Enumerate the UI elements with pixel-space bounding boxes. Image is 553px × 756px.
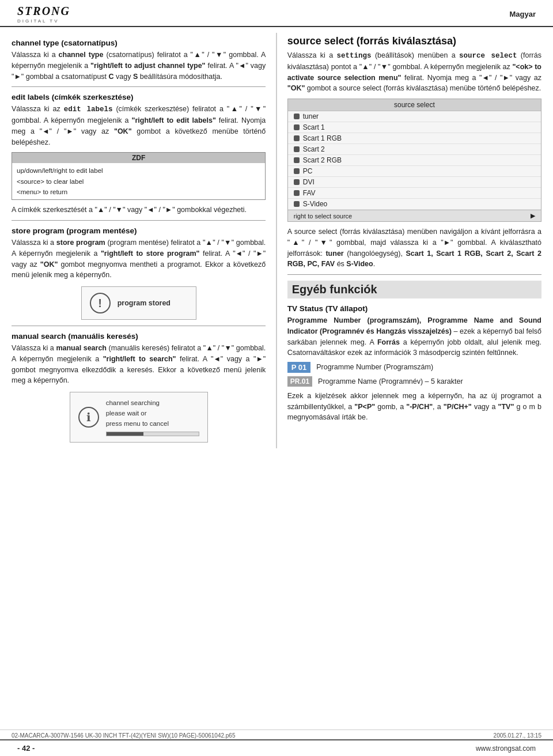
- final-text: Ezek a kijelzések akkor jelennek meg a k…: [287, 391, 541, 423]
- edit-label-line3: <menu> to return: [17, 187, 260, 197]
- page-number: - 42 -: [17, 744, 35, 753]
- page-header: STRONG DIGITAL TV Magyar: [0, 0, 553, 27]
- source-select-text1: Válassza ki a settings (beállítások) men…: [287, 50, 541, 94]
- source-item-pc: PC: [288, 166, 541, 177]
- header-language: Magyar: [509, 10, 536, 18]
- badge-pr01-row: PR.01 Programme Name (Programnév) – 5 ka…: [287, 376, 541, 387]
- footer-website: www.strongsat.com: [476, 744, 536, 753]
- edit-label-box-body: up/down/left/right to edit label <source…: [12, 163, 265, 199]
- source-select-title: source select (forrás kiválasztása): [287, 35, 541, 47]
- channel-type-text: Válassza ki a channel type (csatornatípu…: [12, 50, 266, 82]
- source-item-fav: FAV: [288, 188, 541, 199]
- badge-p01: P 01: [287, 362, 311, 373]
- logo-strong: STRONG: [17, 5, 70, 18]
- store-program-title: store program (program mentése): [12, 226, 266, 235]
- edit-label-line1: up/down/left/right to edit label: [17, 165, 260, 176]
- file-info: 02-MACARCA-3007W-1546 UK-30 INCH TFT-(42…: [12, 732, 235, 739]
- channel-search-line3: press menu to cancel: [106, 419, 199, 428]
- program-stored-icon: !: [90, 293, 111, 313]
- source-item-svideo: S-Video: [288, 199, 541, 210]
- program-stored-box: ! program stored: [81, 286, 196, 320]
- source-select-box-title: source select: [288, 99, 541, 111]
- channel-search-icon: ℹ: [78, 407, 99, 428]
- source-item-scart1rgb: Scart 1 RGB: [288, 133, 541, 144]
- tv-status-text: Programme Number (programszám), Programm…: [287, 315, 541, 358]
- badge-pr01: PR.01: [287, 376, 312, 387]
- badge-pr01-text: Programme Name (Programnév) – 5 karakter: [318, 376, 463, 387]
- channel-type-title: channel type (csatornatípus): [12, 39, 266, 47]
- divider-1: [12, 86, 266, 87]
- channel-search-line2: please wait or: [106, 409, 199, 418]
- badge-p01-text: Programme Number (Programszám): [316, 362, 433, 373]
- source-select-footer-text: right to select source: [294, 213, 353, 220]
- page-footer: - 42 - www.strongsat.com: [0, 739, 553, 756]
- source-select-box: source select tuner Scart 1 Scart 1 RGB …: [287, 99, 541, 222]
- manual-search-text: Válassza ki a manual search (manuális ke…: [12, 343, 266, 386]
- store-program-text: Válassza ki a store program (program men…: [12, 237, 266, 281]
- source-item-scart1: Scart 1: [288, 122, 541, 133]
- logo-sub: DIGITAL TV: [17, 18, 59, 24]
- channel-search-progress-bar: [106, 432, 199, 436]
- file-date: 2005.01.27., 13:15: [494, 732, 541, 739]
- divider-right-1: [287, 274, 541, 275]
- edit-label-box-title: ZDF: [12, 153, 265, 163]
- source-select-footer-icon: ▶: [531, 212, 535, 220]
- left-column: channel type (csatornatípus) Válassza ki…: [12, 33, 266, 448]
- logo-area: STRONG DIGITAL TV: [17, 5, 70, 24]
- source-item-tuner: tuner: [288, 111, 541, 122]
- source-item-scart2: Scart 2: [288, 144, 541, 155]
- channel-search-line1: channel searching: [106, 398, 199, 407]
- divider-2: [12, 220, 266, 221]
- egyeb-funkciok-title: Egyéb funkciók: [287, 281, 541, 298]
- source-select-footer: right to select source ▶: [288, 210, 541, 221]
- tv-status-title: TV Status (TV állapot): [287, 304, 541, 313]
- channel-search-progress-fill: [107, 432, 143, 436]
- channel-search-box: ℹ channel searching please wait or press…: [70, 392, 208, 443]
- edit-label-line2: <source> to clear label: [17, 176, 260, 187]
- source-item-dvi: DVI: [288, 177, 541, 188]
- edit-labels-text2: A címkék szerkesztését a "▲" / "▼" vagy …: [12, 205, 266, 216]
- program-stored-text: program stored: [118, 299, 171, 307]
- edit-labels-title: edit labels (címkék szerkesztése): [12, 93, 266, 101]
- divider-3: [12, 326, 266, 326]
- edit-label-box: ZDF up/down/left/right to edit label <so…: [12, 152, 266, 200]
- right-column: source select (forrás kiválasztása) Vála…: [287, 33, 541, 448]
- column-divider: [276, 33, 277, 448]
- channel-search-content: channel searching please wait or press m…: [106, 398, 199, 436]
- manual-search-title: manual search (manuális keresés): [12, 332, 266, 341]
- source-select-text2: A source select (forrás kiválasztása) me…: [287, 226, 541, 270]
- edit-labels-text: Válassza ki az edit labels (címkék szerk…: [12, 104, 266, 148]
- source-item-scart2rgb: Scart 2 RGB: [288, 155, 541, 166]
- badge-p01-row: P 01 Programme Number (Programszám): [287, 362, 541, 373]
- main-content: channel type (csatornatípus) Válassza ki…: [0, 27, 553, 454]
